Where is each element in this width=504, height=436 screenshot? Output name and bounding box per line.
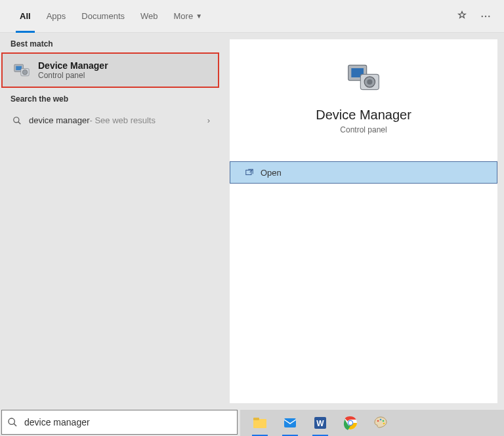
open-label: Open — [261, 168, 282, 178]
tab-label: Web — [140, 11, 158, 21]
svg-rect-19 — [284, 418, 296, 427]
svg-point-27 — [383, 420, 385, 422]
svg-rect-14 — [246, 170, 251, 175]
svg-rect-18 — [253, 418, 259, 420]
taskbar-chrome[interactable] — [341, 414, 360, 432]
result-title: Device Manager — [38, 60, 108, 71]
search-icon — [7, 417, 18, 427]
svg-point-26 — [380, 419, 382, 421]
tab-apps[interactable]: Apps — [39, 0, 74, 33]
search-input[interactable] — [23, 416, 232, 428]
taskbar: W — [240, 410, 504, 436]
search-scope-tabs: All Apps Documents Web More▼ — [0, 0, 504, 33]
taskbar-file-explorer[interactable] — [251, 414, 269, 432]
svg-point-25 — [377, 420, 379, 422]
search-icon — [10, 116, 24, 125]
best-match-heading: Best match — [0, 33, 220, 52]
device-manager-icon — [345, 59, 382, 96]
tab-web[interactable]: Web — [133, 0, 166, 33]
svg-point-13 — [367, 79, 372, 85]
preview-subtitle: Control panel — [230, 125, 497, 134]
taskbar-word[interactable]: W — [311, 414, 329, 432]
tab-label: Documents — [81, 11, 125, 21]
svg-rect-17 — [253, 419, 266, 428]
open-icon — [245, 168, 254, 177]
tab-documents[interactable]: Documents — [74, 0, 133, 33]
tab-more[interactable]: More▼ — [166, 0, 211, 33]
tab-label: All — [20, 11, 31, 21]
feedback-icon[interactable] — [450, 5, 474, 28]
tab-label: Apps — [47, 11, 66, 21]
result-subtitle: Control panel — [38, 71, 108, 80]
preview-title: Device Manager — [230, 108, 497, 123]
svg-point-15 — [9, 418, 14, 424]
search-web-heading: Search the web — [0, 88, 220, 108]
taskbar-mail[interactable] — [281, 414, 299, 432]
results-panel: Best match Device Manager Control panel … — [0, 33, 220, 410]
open-button[interactable]: Open — [230, 161, 497, 184]
taskbar-paint[interactable] — [371, 414, 390, 432]
chevron-right-icon: › — [207, 115, 210, 125]
tab-all[interactable]: All — [12, 0, 39, 33]
svg-point-2 — [488, 15, 490, 16]
svg-point-0 — [482, 15, 483, 16]
search-web-result[interactable]: device manager - See web results › — [0, 108, 220, 133]
svg-point-7 — [14, 117, 19, 122]
more-options-icon[interactable] — [474, 5, 497, 28]
web-suffix-text: - See web results — [90, 115, 156, 125]
svg-text:W: W — [316, 419, 324, 428]
svg-point-24 — [348, 421, 352, 425]
svg-line-8 — [18, 121, 21, 124]
web-query-text: device manager — [29, 115, 90, 125]
tab-label: More — [174, 11, 194, 21]
svg-point-28 — [383, 423, 385, 425]
svg-point-1 — [485, 15, 486, 16]
device-manager-icon — [12, 60, 32, 80]
chevron-down-icon: ▼ — [196, 12, 202, 20]
svg-line-16 — [14, 424, 16, 426]
svg-point-6 — [22, 69, 28, 75]
preview-card: Device Manager Control panel Open — [230, 39, 497, 403]
best-match-text: Device Manager Control panel — [38, 60, 108, 80]
best-match-result[interactable]: Device Manager Control panel — [1, 52, 219, 88]
search-box[interactable] — [1, 410, 238, 435]
